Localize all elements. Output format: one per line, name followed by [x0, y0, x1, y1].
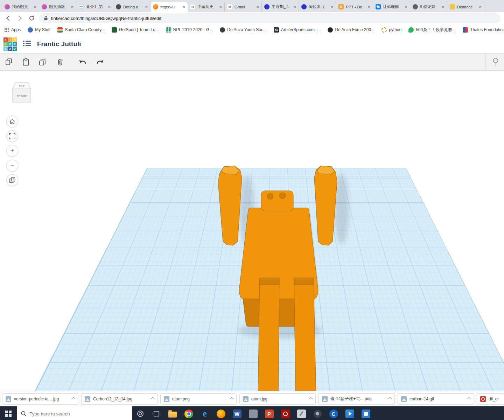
- tab-close-icon[interactable]: ×: [330, 5, 333, 9]
- tab-close-icon[interactable]: ×: [219, 5, 222, 9]
- zoom-out-button[interactable]: −: [6, 160, 18, 172]
- delete-button[interactable]: [56, 58, 64, 66]
- taskbar-search[interactable]: [17, 406, 132, 420]
- task-view-button[interactable]: [148, 406, 164, 420]
- bookmark-favicon: AS: [274, 27, 279, 33]
- bookmark-deanza-force[interactable]: De Anza Force 200...: [328, 27, 374, 33]
- browser-tab[interactable]: 图文排版 ×: [39, 2, 76, 12]
- tab-close-icon[interactable]: ×: [442, 5, 444, 9]
- refresh-button[interactable]: [27, 14, 36, 23]
- tab-close-icon[interactable]: ×: [368, 5, 370, 9]
- browser-tab[interactable]: 知 让你理解 ×: [373, 2, 410, 12]
- download-item[interactable]: 碳-14原子核+電....png: [318, 393, 395, 405]
- browser-tab[interactable]: 9.恐龙如 ×: [410, 2, 447, 12]
- duplicate-button[interactable]: [38, 58, 48, 66]
- start-button[interactable]: [0, 406, 17, 420]
- zoom-in-button[interactable]: +: [6, 145, 18, 157]
- media-player-button[interactable]: [342, 406, 358, 420]
- back-button[interactable]: [4, 14, 13, 23]
- fit-view-button[interactable]: [6, 130, 18, 142]
- camera-button[interactable]: [309, 406, 326, 420]
- chrome-button[interactable]: [181, 406, 197, 420]
- tab-close-icon[interactable]: ×: [293, 5, 296, 9]
- robot-left-hip-joint: [259, 278, 279, 285]
- browser-tab[interactable]: 番外1, 第 ×: [76, 2, 113, 12]
- tab-close-icon[interactable]: ×: [256, 5, 259, 9]
- search-input[interactable]: [29, 411, 128, 417]
- download-file-name: 碳-14原子核+電....png: [330, 396, 384, 402]
- tab-close-icon[interactable]: ×: [145, 5, 148, 9]
- zhihu-icon: 知: [376, 4, 381, 9]
- tab-close-icon[interactable]: ×: [71, 5, 74, 9]
- download-item[interactable]: version-periodic-ta....jpg: [2, 393, 78, 405]
- browser-tab[interactable]: G 中国历史 ×: [188, 2, 225, 12]
- forward-button[interactable]: [15, 14, 24, 23]
- tab-close-icon[interactable]: ×: [108, 5, 111, 9]
- bookmark-python[interactable]: python: [382, 27, 401, 33]
- editor-canvas[interactable]: TOP FRONT + −: [0, 71, 504, 391]
- address-bar[interactable]: tinkercad.com/things/dUB5GQwgqNe-frantic…: [39, 13, 500, 23]
- design-menu-icon[interactable]: [22, 40, 31, 49]
- browser-tab[interactable]: 我的图文 ×: [2, 2, 39, 12]
- download-menu-chevron-icon[interactable]: [309, 397, 313, 401]
- taskbar-app-button[interactable]: [245, 406, 261, 420]
- design-title[interactable]: Frantic Juttuli: [37, 40, 81, 48]
- download-item[interactable]: Carbon12_13_14.jpg: [81, 393, 158, 405]
- download-menu-chevron-icon[interactable]: [388, 397, 392, 401]
- bookmark-npl[interactable]: NPL 2019-2020 - G...: [166, 27, 213, 33]
- tinkercad-logo[interactable]: TIN KER CAD: [4, 37, 17, 51]
- tips-lightbulb-icon[interactable]: [492, 57, 499, 68]
- browser-tab[interactable]: 同位素（ ×: [299, 2, 336, 12]
- bookmark-apps[interactable]: Apps: [4, 27, 21, 32]
- download-menu-chevron-icon[interactable]: [71, 397, 75, 401]
- bookmark-gotsport[interactable]: GotSport | Team Lo...: [112, 27, 159, 33]
- browser-tab[interactable]: M Gmail ×: [225, 2, 262, 12]
- browser-tab-active[interactable]: https://u ×: [150, 2, 188, 12]
- tab-close-icon[interactable]: ×: [479, 5, 482, 9]
- acrobat-button[interactable]: [277, 406, 293, 420]
- file-explorer-button[interactable]: [164, 406, 181, 420]
- home-view-button[interactable]: [6, 115, 18, 127]
- download-item[interactable]: dii_or: [477, 393, 504, 405]
- bookmark-santa-clara[interactable]: Santa Clara County...: [57, 27, 105, 33]
- photos-icon: [362, 410, 370, 418]
- download-menu-chevron-icon[interactable]: [150, 397, 154, 401]
- edge-button[interactable]: e: [197, 406, 213, 420]
- redo-button[interactable]: [95, 58, 104, 66]
- cajviewer-button[interactable]: C: [326, 406, 342, 420]
- download-item[interactable]: carbon-14.gif: [398, 393, 474, 405]
- cortana-button[interactable]: [132, 406, 148, 420]
- tab-close-icon[interactable]: ×: [182, 5, 185, 9]
- firefox-button[interactable]: [213, 406, 229, 420]
- tab-close-icon[interactable]: ×: [405, 5, 407, 9]
- download-menu-chevron-icon[interactable]: [230, 397, 233, 401]
- word-button[interactable]: W: [229, 406, 245, 420]
- perspective-toggle-button[interactable]: [6, 174, 18, 186]
- tab-close-icon[interactable]: ×: [34, 5, 36, 9]
- bookmark-my-stuff[interactable]: My Stuff: [28, 27, 50, 33]
- sheets-icon: [166, 27, 171, 33]
- paint-button[interactable]: [293, 406, 309, 420]
- copy-button[interactable]: [5, 58, 13, 66]
- download-item[interactable]: atom.jpg: [239, 393, 316, 405]
- tab-label: PPT - Da: [346, 5, 365, 9]
- paste-button[interactable]: [22, 58, 30, 66]
- bookmark-deanza-youth[interactable]: De Anza Youth Soc...: [220, 27, 267, 33]
- robot-model[interactable]: [218, 166, 337, 391]
- browser-tab[interactable]: Dating a ×: [113, 2, 150, 12]
- download-menu-chevron-icon[interactable]: [467, 397, 471, 401]
- view-cube[interactable]: TOP FRONT: [10, 78, 34, 106]
- browser-navbar: tinkercad.com/things/dUB5GQwgqNe-frantic…: [0, 12, 504, 24]
- bookmark-arbitersports[interactable]: AS ArbiterSports.com -...: [274, 27, 321, 33]
- download-item[interactable]: atom.png: [160, 393, 237, 405]
- powerpoint-button[interactable]: P: [261, 406, 277, 420]
- undo-button[interactable]: [78, 58, 88, 66]
- browser-tab[interactable]: Distance ×: [447, 2, 484, 12]
- bookmark-math-contest[interactable]: 500条！！数学竞赛...: [408, 27, 456, 33]
- bookmark-thales[interactable]: Thales Foundation...: [463, 27, 504, 33]
- photos-button[interactable]: [358, 406, 374, 420]
- globe-icon: [220, 27, 225, 33]
- browser-tab[interactable]: 文 PPT - Da ×: [336, 2, 373, 12]
- tab-label: Gmail: [234, 5, 254, 9]
- browser-tab[interactable]: 半衰期_百 ×: [262, 2, 299, 12]
